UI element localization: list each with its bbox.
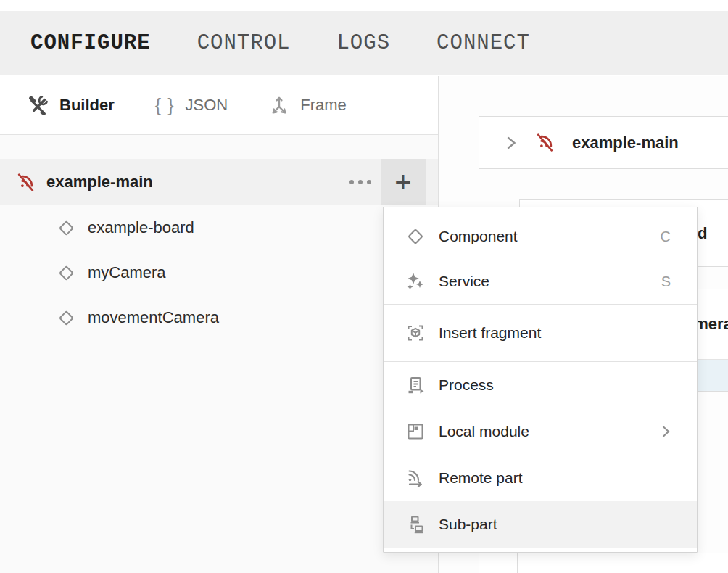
tab-json[interactable]: { } JSON [155,95,228,116]
dots-icon [349,180,354,184]
chevron-right-icon[interactable] [505,134,518,152]
menu-item-component[interactable]: Component C [384,214,697,259]
component-diamond-icon [57,308,76,328]
submenu-chevron-icon [661,424,671,439]
tree-item-example-board[interactable]: example-board [0,205,438,250]
card-cell [479,553,518,573]
tree-item-my-camera[interactable]: myCamera [0,250,438,295]
menu-item-label: Sub-part [439,516,671,533]
local-module-icon [405,421,426,442]
tab-builder[interactable]: Builder [28,94,115,116]
tab-frame[interactable]: Frame [268,94,347,116]
braces-icon: { } [155,95,175,116]
tab-json-label: JSON [186,96,228,115]
service-sparkles-icon [405,271,426,292]
menu-item-process[interactable]: Process [384,362,697,408]
viam-configure-app: CONFIGURE CONTROL LOGS CONNECT example-m [0,0,728,573]
view-mode-tabs: Builder { } JSON Frame [0,76,438,135]
frame-axes-icon [268,94,290,116]
tree-part-row-example-main[interactable]: example-main + [0,159,438,205]
part-card-example-main[interactable]: example-main [479,116,728,169]
menu-item-label: Insert fragment [439,324,671,342]
remote-part-icon [405,468,426,488]
process-icon [405,375,426,395]
menu-item-label: Service [439,273,648,290]
tree-item-label: movementCamera [88,308,219,327]
menu-item-label: Local module [439,423,648,440]
tree-item-label: example-board [88,218,194,237]
menu-item-local-module[interactable]: Local module [384,408,697,455]
menu-item-label: Component [439,228,648,245]
part-card-title: example-main [572,133,679,152]
tab-builder-label: Builder [59,96,115,115]
tab-frame-label: Frame [300,96,347,115]
fragment-icon [405,323,426,343]
config-sidebar: Builder { } JSON Frame [0,76,439,573]
menu-item-remote-part[interactable]: Remote part [384,455,697,501]
offline-icon [534,131,556,154]
shortcut-key: C [661,228,671,245]
menu-item-service[interactable]: Service S [384,259,697,304]
shortcut-key: S [661,273,671,290]
offline-icon [15,171,37,194]
tree-item-movement-camera[interactable]: movementCamera [0,295,438,340]
more-options-button[interactable] [340,159,381,205]
tab-configure[interactable]: CONFIGURE [30,31,151,55]
component-diamond-icon [405,226,426,247]
tree-part-name: example-main [46,173,340,191]
tools-icon [28,94,49,116]
component-diamond-icon [57,263,76,283]
tab-connect[interactable]: CONNECT [437,31,530,55]
tab-logs[interactable]: LOGS [336,31,390,55]
resource-card-partial[interactable] [479,553,728,573]
tab-control[interactable]: CONTROL [197,31,291,55]
menu-item-label: Process [439,376,671,394]
add-resource-menu: Component C Service S [383,207,698,553]
sub-part-icon [405,514,426,535]
menu-item-label: Remote part [439,469,671,487]
tree-item-label: myCamera [88,263,166,282]
add-button[interactable]: + [381,159,426,205]
top-nav: CONFIGURE CONTROL LOGS CONNECT [0,11,728,75]
resource-tree: example-board myCamera movementCamera [0,205,438,340]
component-diamond-icon [57,218,76,238]
menu-item-insert-fragment[interactable]: Insert fragment [384,305,697,361]
menu-item-sub-part[interactable]: Sub-part [384,501,697,548]
